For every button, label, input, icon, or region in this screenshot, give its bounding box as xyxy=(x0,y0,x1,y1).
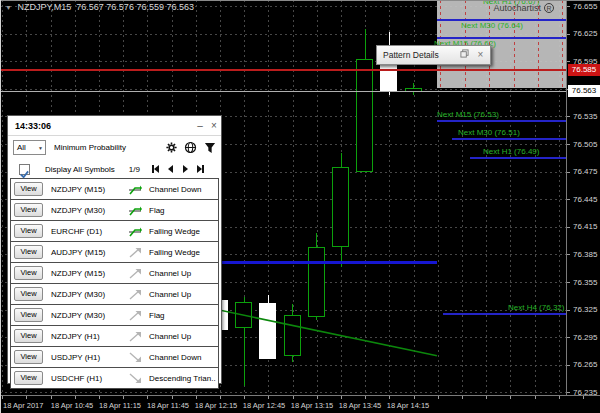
row-pattern-name: Flag xyxy=(149,206,165,215)
panel-clock: 14:33:06 xyxy=(8,121,193,131)
row-pattern-name: Channel Up xyxy=(149,332,191,341)
time-tick xyxy=(26,396,27,399)
period-separator-dash xyxy=(538,0,539,88)
price-label: 76.625 xyxy=(573,29,597,38)
pattern-row[interactable]: ViewAUDJPY (M15)Falling Wedge xyxy=(10,241,219,263)
time-tick xyxy=(220,396,221,399)
pattern-row[interactable]: ViewUSDCHF (H1)Descending Trian.. xyxy=(10,367,219,389)
pattern-row[interactable]: ViewNZDJPY (M30)Channel Up xyxy=(10,283,219,305)
filter-funnel-icon[interactable] xyxy=(202,141,217,155)
pattern-row[interactable]: ViewUSDJPY (H1)Channel Down xyxy=(10,346,219,368)
time-label: 18 Apr 12:45 xyxy=(240,401,288,410)
pattern-details-popup[interactable]: Pattern Details × xyxy=(376,45,491,65)
time-tick xyxy=(535,396,536,399)
row-pattern-name: Channel Down xyxy=(149,185,201,194)
view-button[interactable]: View xyxy=(14,371,43,385)
popup-close-icon[interactable]: × xyxy=(474,49,487,61)
row-symbol: NZDJPY (H1) xyxy=(51,332,128,341)
time-tick xyxy=(389,396,390,399)
pattern-row[interactable]: ViewNZDJPY (M15)Channel Down xyxy=(10,178,219,200)
row-pattern-name: Falling Wedge xyxy=(149,227,200,236)
time-tick xyxy=(123,396,124,399)
current-price-badge: 76.563 xyxy=(568,85,600,97)
time-label: 18 Apr 13:45 xyxy=(336,401,384,410)
panel-controls: All ▼ Minimum Probability xyxy=(8,136,221,159)
time-tick xyxy=(341,396,342,399)
autochartist-panel: 14:33:06 – × All ▼ Minimum Probability xyxy=(7,115,222,384)
pattern-row[interactable]: ViewNZDJPY (M30)Flag xyxy=(10,304,219,326)
chart-title-arrow-icon: ▼ xyxy=(5,4,12,11)
time-label: 18 Apr 13:15 xyxy=(288,401,336,410)
row-symbol: USDJPY (H1) xyxy=(51,353,128,362)
probability-filter-select[interactable]: All ▼ xyxy=(13,140,46,155)
forecast-line xyxy=(452,138,566,140)
time-axis[interactable]: 18 Apr 201718 Apr 10:4518 Apr 11:1518 Ap… xyxy=(0,395,600,413)
time-tick xyxy=(2,396,3,399)
emerging-up-pattern-icon xyxy=(128,288,144,301)
time-label: 18 Apr 10:45 xyxy=(48,401,96,410)
price-tick xyxy=(567,254,570,255)
last-page-button[interactable] xyxy=(193,163,208,175)
probability-filter-value: All xyxy=(14,143,36,152)
row-symbol: NZDJPY (M30) xyxy=(51,290,128,299)
time-tick xyxy=(510,396,511,399)
pattern-row[interactable]: ViewEURCHF (D1)Falling Wedge xyxy=(10,220,219,242)
row-pattern-name: Falling Wedge xyxy=(149,248,200,257)
time-tick xyxy=(462,396,463,399)
view-button[interactable]: View xyxy=(14,182,43,196)
period-separator-dash xyxy=(562,0,563,88)
display-all-checkbox[interactable] xyxy=(19,164,30,175)
next-page-button[interactable] xyxy=(178,163,193,175)
autochartist-watermark: Autochartist R xyxy=(493,3,554,13)
price-label: 76.445 xyxy=(573,195,597,204)
price-axis[interactable]: 76.65576.62576.59576.56576.53576.50576.4… xyxy=(566,0,600,395)
pager xyxy=(148,163,208,175)
view-button[interactable]: View xyxy=(14,350,43,364)
first-page-button[interactable] xyxy=(148,163,163,175)
chevron-down-icon: ▼ xyxy=(36,145,45,151)
price-tick xyxy=(567,392,570,393)
emerging-down-pattern-icon xyxy=(128,372,144,385)
autochartist-watermark-text: Autochartist xyxy=(493,3,541,13)
time-tick xyxy=(99,396,100,399)
pattern-row[interactable]: ViewNZDJPY (H1)Channel Up xyxy=(10,325,219,347)
view-button[interactable]: View xyxy=(14,224,43,238)
chart-ohlc: 76.567 76.576 76.559 76.563 xyxy=(76,2,194,12)
row-symbol: AUDJPY (M15) xyxy=(51,248,128,257)
row-pattern-name: Channel Down xyxy=(149,353,201,362)
view-button[interactable]: View xyxy=(14,266,43,280)
forecast-line xyxy=(470,157,566,159)
pattern-row[interactable]: ViewNZDJPY (M30)Flag xyxy=(10,199,219,221)
forecast-label: Next M30 (76.51) xyxy=(458,128,520,137)
time-tick xyxy=(147,396,148,399)
row-pattern-name: Channel Up xyxy=(149,269,191,278)
pattern-row[interactable]: ViewNZDJPY (M15)Channel Up xyxy=(10,262,219,284)
emerging-up-pattern-icon xyxy=(128,246,144,259)
view-button[interactable]: View xyxy=(14,287,43,301)
row-symbol: USDCHF (H1) xyxy=(51,374,128,383)
window-left-border xyxy=(0,0,1,413)
view-button[interactable]: View xyxy=(14,329,43,343)
gear-icon[interactable] xyxy=(164,141,179,155)
view-button[interactable]: View xyxy=(14,245,43,259)
panel-close-button[interactable]: × xyxy=(207,118,221,134)
panel-titlebar[interactable]: 14:33:06 – × xyxy=(8,116,221,136)
view-button[interactable]: View xyxy=(14,308,43,322)
popup-restore-icon[interactable] xyxy=(458,49,471,61)
panel-minimize-button[interactable]: – xyxy=(193,118,207,134)
price-label: 76.475 xyxy=(573,167,597,176)
price-label: 76.655 xyxy=(573,2,597,11)
globe-icon[interactable] xyxy=(183,141,198,155)
completed-up-pattern-icon xyxy=(128,204,144,217)
time-tick xyxy=(486,396,487,399)
time-label: 18 Apr 11:45 xyxy=(144,401,192,410)
prev-page-button[interactable] xyxy=(163,163,178,175)
forecast-label: Next H4 (76.32) xyxy=(508,303,564,312)
time-label: 18 Apr 2017 xyxy=(3,401,43,410)
time-tick xyxy=(293,396,294,399)
view-button[interactable]: View xyxy=(14,203,43,217)
probability-filter-label: Minimum Probability xyxy=(54,143,164,152)
emerging-up-pattern-icon xyxy=(128,267,144,280)
registered-mark-icon: R xyxy=(544,3,554,13)
display-all-label: Display All Symbols xyxy=(45,165,115,174)
